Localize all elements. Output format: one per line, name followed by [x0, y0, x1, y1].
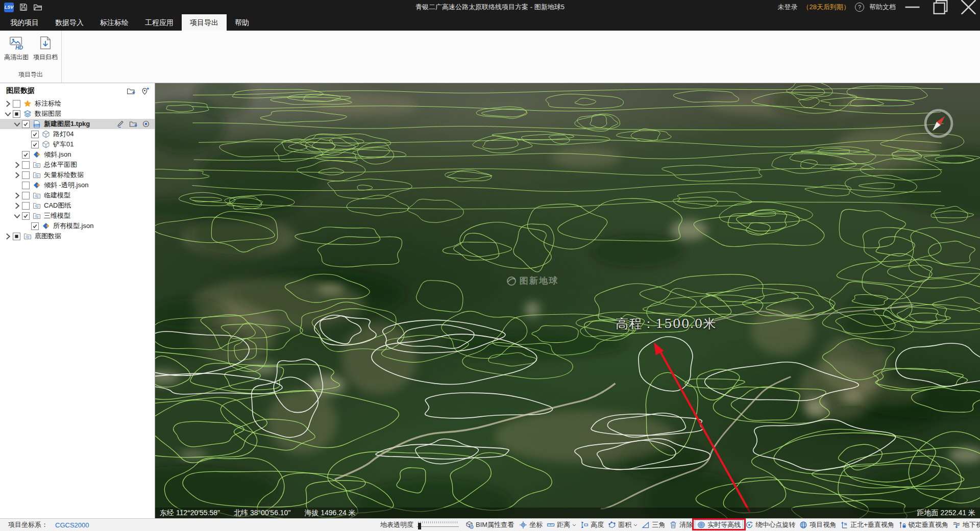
expander-icon[interactable] — [13, 212, 21, 220]
add-folder-icon[interactable] — [127, 87, 135, 95]
hd-export-button[interactable]: HD高清出图 — [3, 35, 30, 62]
group-folder-icon — [33, 212, 41, 220]
add-folder-icon[interactable] — [129, 120, 137, 128]
layer-row[interactable]: 标注标绘 — [0, 98, 155, 109]
layer-row[interactable]: 铲车01 — [0, 139, 155, 149]
locate-icon[interactable] — [142, 120, 150, 128]
rotate-icon — [745, 521, 753, 529]
chevron-down-icon[interactable] — [633, 524, 638, 526]
project-archive-button[interactable]: 项目归档 — [32, 35, 59, 62]
layer-panel-title: 图层数据 — [6, 86, 35, 95]
rotate-around-center-button[interactable]: 绕中心点旋转 — [743, 520, 797, 530]
north-vertical-icon: N — [840, 521, 848, 529]
help-icon: ? — [855, 3, 864, 12]
layer-checkbox[interactable] — [31, 131, 39, 138]
layer-row[interactable]: 倾斜 -透明.json — [0, 180, 155, 190]
chevron-down-icon[interactable] — [572, 524, 576, 526]
layer-row[interactable]: 所有模型.json — [0, 221, 155, 231]
layer-checkbox[interactable] — [31, 141, 39, 148]
expander-icon[interactable] — [4, 100, 12, 108]
layer-checkbox[interactable] — [22, 161, 30, 169]
layer-row[interactable]: 数据图层 — [0, 109, 155, 119]
layer-row[interactable]: 底图数据 — [0, 231, 155, 241]
expander-icon[interactable] — [13, 171, 21, 179]
coordinate-tool-button[interactable]: 坐标 — [517, 520, 545, 530]
lock-vertical-icon — [898, 521, 906, 529]
lock-vertical-view-button[interactable]: 锁定垂直视角 — [896, 520, 950, 530]
group-folder-icon — [23, 232, 32, 240]
layer-row[interactable]: 路灯04 — [0, 129, 155, 139]
group-folder-icon — [33, 161, 41, 169]
layer-checkbox[interactable] — [31, 222, 39, 230]
layer-row[interactable]: TPKG新建图层1.tpkg — [0, 119, 155, 129]
crs-value-link[interactable]: CGCS2000 — [55, 521, 89, 529]
layer-label: 所有模型.json — [53, 221, 93, 231]
tab-annotation-plot[interactable]: 标注标绘 — [92, 14, 137, 31]
bim-attribute-view-button[interactable]: BIM属性查看 — [463, 520, 516, 530]
layer-checkbox[interactable] — [22, 151, 30, 159]
layer-row[interactable]: 倾斜.json — [0, 149, 155, 160]
layer-row[interactable]: 临建模型 — [0, 190, 155, 200]
realtime-contour-button[interactable]: 实时等高线 — [695, 520, 743, 530]
triangle-tool-button[interactable]: 三角 — [640, 520, 667, 530]
map-viewport[interactable]: 图新地球 高程：1500.0米 东经 112°20'55.58" 北纬 38°0… — [155, 83, 980, 518]
expander-icon[interactable] — [13, 120, 21, 128]
close-button[interactable] — [957, 0, 980, 14]
compass[interactable] — [923, 108, 954, 139]
svg-text:TPKG: TPKG — [34, 124, 39, 127]
opacity-label: 地表透明度 — [380, 520, 413, 529]
expander-icon[interactable] — [13, 192, 21, 199]
layer-checkbox[interactable] — [22, 212, 30, 220]
layer-checkbox[interactable] — [22, 182, 30, 189]
slider-ticks — [418, 521, 458, 523]
add-placemark-icon[interactable] — [141, 87, 150, 95]
layer-row[interactable]: 总体平面图 — [0, 160, 155, 170]
surface-opacity-slider[interactable] — [417, 521, 459, 529]
tab-my-projects[interactable]: 我的项目 — [2, 14, 47, 31]
clear-tool-button[interactable]: 清除 — [667, 520, 695, 530]
tool-strip: BIM属性查看坐标距离高度面积三角清除实时等高线绕中心点旋转项目视角N正北+垂直… — [463, 519, 978, 531]
layer-checkbox[interactable] — [22, 120, 30, 128]
edit-icon[interactable] — [116, 120, 125, 128]
expander-icon[interactable] — [13, 202, 21, 210]
expander-icon[interactable] — [4, 110, 12, 118]
layer-row[interactable]: 矢量标绘数据 — [0, 170, 155, 180]
expander-icon[interactable] — [13, 161, 21, 169]
layer-checkbox[interactable] — [22, 171, 30, 179]
expander-icon[interactable] — [4, 233, 12, 240]
maximize-button[interactable] — [929, 0, 952, 14]
tab-help[interactable]: 帮助 — [227, 14, 257, 31]
layer-row[interactable]: CAD图纸 — [0, 200, 155, 211]
license-expiry: （28天后到期） — [803, 3, 850, 12]
slider-handle[interactable] — [418, 523, 421, 529]
project-view-button[interactable]: 项目视角 — [797, 520, 838, 530]
height-tool-button[interactable]: 高度 — [578, 520, 606, 530]
layer-checkbox[interactable] — [22, 202, 30, 210]
layer-checkbox[interactable] — [13, 110, 20, 118]
distance-tool-button[interactable]: 距离 — [545, 520, 578, 530]
layer-checkbox[interactable] — [13, 100, 20, 108]
layer-checkbox[interactable] — [22, 192, 30, 199]
tool-label: BIM属性查看 — [476, 520, 514, 529]
minimize-button[interactable] — [901, 0, 924, 14]
tab-project-export[interactable]: 项目导出 — [182, 14, 227, 31]
area-icon — [608, 521, 616, 529]
layer-label: CAD图纸 — [44, 201, 71, 210]
tab-engineering-apps[interactable]: 工程应用 — [137, 14, 182, 31]
open-project-button[interactable] — [33, 3, 42, 12]
north-vertical-view-button[interactable]: N正北+垂直视角 — [838, 520, 896, 530]
underground-view-button[interactable]: 地下视角 — [950, 520, 980, 530]
layer-row[interactable]: 三维模型 — [0, 211, 155, 221]
layer-label: 矢量标绘数据 — [44, 170, 84, 180]
tab-data-import[interactable]: 数据导入 — [47, 14, 92, 31]
clear-icon — [669, 521, 677, 529]
ribbon: HD高清出图项目归档 项目导出 — [0, 31, 980, 83]
layer-checkbox[interactable] — [13, 233, 20, 240]
area-tool-button[interactable]: 面积 — [606, 520, 640, 530]
help-doc-link[interactable]: 帮助文档 — [869, 3, 896, 12]
tileset-diamond-icon — [42, 222, 50, 230]
tool-label: 高度 — [591, 520, 604, 529]
save-project-button[interactable] — [19, 3, 28, 12]
underground-icon — [952, 521, 961, 529]
login-status[interactable]: 未登录 — [778, 3, 798, 12]
